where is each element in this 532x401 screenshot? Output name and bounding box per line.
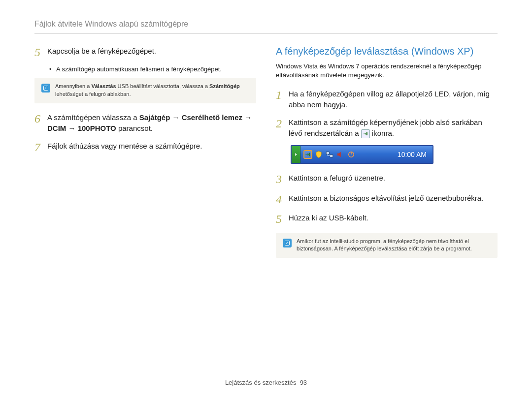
note-icon — [283, 239, 292, 247]
step-number: 5 — [276, 213, 289, 225]
step-7: 7 Fájlok áthúzása vagy mentése a számító… — [34, 141, 256, 154]
bullet-item: • A számítógép automatikusan felismeri a… — [49, 65, 256, 73]
breadcrumb-title: Fájlok átvitele Windows alapú számítógép… — [34, 20, 498, 33]
step-text: Kattintson a számítógép képernyőjének jo… — [289, 117, 498, 139]
step-4: 4 Kattintson a biztonságos eltávolítást … — [276, 193, 498, 206]
svg-rect-2 — [309, 153, 310, 156]
left-column: 5 Kapcsolja be a fényképezőgépet. • A sz… — [34, 46, 256, 267]
step-text: Fájlok áthúzása vagy mentése a számítógé… — [47, 141, 256, 154]
note-text: Amennyiben a Választás USB beállítást vá… — [55, 83, 249, 98]
windows-taskbar: 10:00 AM — [291, 145, 433, 164]
step-text: Kattintson a felugró üzenetre. — [289, 173, 498, 185]
step-text: Kattintson a biztonságos eltávolítást je… — [289, 193, 498, 206]
network-tray-icon — [325, 150, 334, 159]
step-number: 2 — [276, 117, 289, 139]
system-tray — [300, 146, 359, 163]
svg-rect-0 — [44, 86, 48, 91]
divider — [34, 33, 498, 34]
taskbar-clock: 10:00 AM — [398, 151, 432, 158]
svg-rect-4 — [330, 155, 333, 157]
step-number: 4 — [276, 193, 289, 206]
power-tray-icon — [347, 150, 356, 159]
step-text: Kapcsolja be a fényképezőgépet. — [47, 46, 256, 59]
start-button-edge — [292, 146, 300, 163]
bullet-text: A számítógép automatikusan felismeri a f… — [56, 65, 222, 73]
section-intro: Windows Vista és Windows 7 operációs ren… — [276, 62, 498, 80]
section-title: A fényképezőgép leválasztása (Windows XP… — [276, 46, 498, 57]
svg-rect-6 — [285, 241, 290, 245]
step-3: 3 Kattintson a felugró üzenetre. — [276, 173, 498, 185]
step-5: 5 Kapcsolja be a fényképezőgépet. — [34, 46, 256, 59]
step-number: 3 — [276, 173, 289, 185]
svg-rect-3 — [326, 152, 329, 154]
step-number: 7 — [34, 141, 47, 154]
step-text: A számítógépen válassza a Sajátgép → Cse… — [47, 112, 256, 134]
note-box: Amennyiben a Választás USB beállítást vá… — [34, 78, 256, 103]
volume-tray-icon — [336, 150, 345, 159]
note-box: Amikor fut az Intelli-studio program, a … — [276, 233, 498, 258]
taskbar-screenshot: 10:00 AM — [291, 145, 498, 164]
step-text: Ha a fényképezőgépen villog az állapotje… — [289, 89, 498, 110]
columns: 5 Kapcsolja be a fényképezőgépet. • A sz… — [34, 46, 498, 267]
step-number: 6 — [34, 112, 47, 134]
safely-remove-tray-icon — [303, 150, 312, 159]
step-number: 1 — [276, 89, 289, 110]
bullet-dot: • — [49, 65, 56, 73]
step-1: 1 Ha a fényképezőgépen villog az állapot… — [276, 89, 498, 110]
page-footer: Lejátszás és szerkesztés 93 — [0, 379, 532, 386]
shield-tray-icon — [314, 150, 323, 159]
note-icon — [41, 84, 50, 93]
step-text: Húzza ki az USB-kábelt. — [289, 213, 498, 225]
right-column: A fényképezőgép leválasztása (Windows XP… — [276, 46, 498, 267]
safely-remove-icon — [361, 129, 370, 138]
step-5-right: 5 Húzza ki az USB-kábelt. — [276, 213, 498, 225]
step-6: 6 A számítógépen válassza a Sajátgép → C… — [34, 112, 256, 134]
page: Fájlok átvitele Windows alapú számítógép… — [0, 0, 532, 401]
note-text: Amikor fut az Intelli-studio program, a … — [297, 238, 491, 253]
svg-rect-1 — [366, 132, 367, 135]
step-2: 2 Kattintson a számítógép képernyőjének … — [276, 117, 498, 139]
step-number: 5 — [34, 46, 47, 59]
